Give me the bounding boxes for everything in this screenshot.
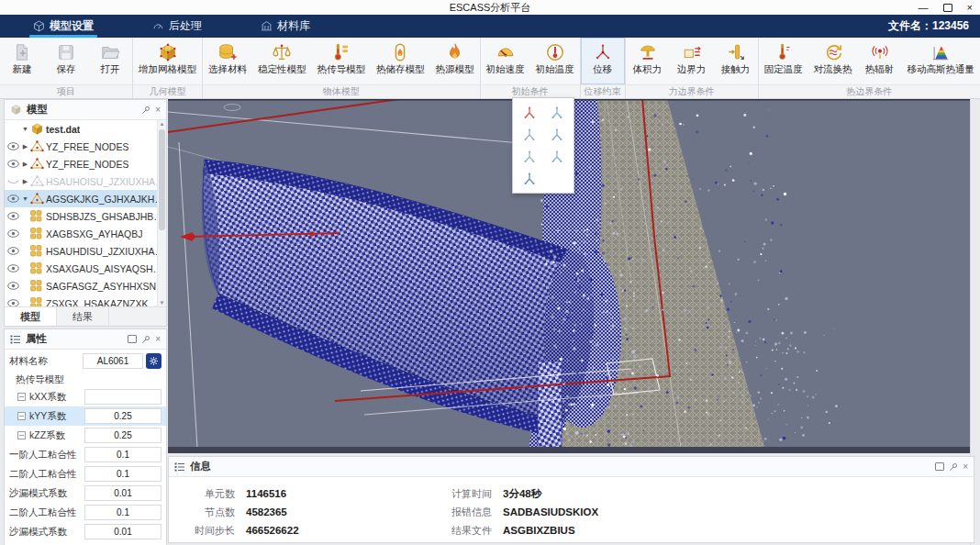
triad-icon bbox=[522, 150, 537, 164]
eye-icon[interactable] bbox=[7, 142, 20, 150]
body-force-button[interactable]: 体积力 bbox=[626, 38, 670, 84]
eye-icon[interactable] bbox=[7, 195, 20, 203]
property-row-kzz[interactable]: kZZ系数 bbox=[5, 426, 166, 445]
pin-icon[interactable] bbox=[141, 106, 150, 115]
tree-scrollbar[interactable]: ▲ ▼ bbox=[157, 120, 166, 306]
heat-source-model-button[interactable]: 热源模型 bbox=[430, 38, 480, 84]
add-mesh-model-button[interactable]: 增加网格模型 bbox=[133, 38, 202, 84]
radiation-button[interactable]: 热辐射 bbox=[858, 38, 902, 84]
property-row-kxx[interactable]: kXX系数 bbox=[5, 387, 166, 406]
tree-row[interactable]: SDHSBJZS_GHSABJHB_ZAHU bbox=[5, 207, 166, 225]
grid-icon bbox=[30, 245, 46, 257]
property-row-visc2[interactable]: 二阶人工粘合性 bbox=[5, 464, 166, 484]
eye-icon[interactable] bbox=[7, 282, 20, 290]
expand-arrow[interactable]: ▼ bbox=[20, 195, 30, 202]
boundary-force-button[interactable]: 边界力 bbox=[670, 38, 714, 84]
triad-option-7[interactable] bbox=[517, 169, 542, 188]
expand-arrow[interactable]: ▼ bbox=[20, 126, 30, 132]
convection-icon bbox=[823, 42, 843, 62]
expand-arrow[interactable]: ▶ bbox=[20, 178, 30, 185]
heat-conduction-icon bbox=[331, 42, 351, 62]
hourglass1-input[interactable] bbox=[84, 485, 161, 501]
triad-option-2[interactable] bbox=[545, 103, 571, 122]
tree-row[interactable]: ▶ YZ_FREE_NODES bbox=[5, 155, 166, 172]
material-gear-button[interactable] bbox=[146, 353, 161, 369]
initial-temperature-button[interactable]: 初始温度 bbox=[530, 38, 580, 84]
eye-icon[interactable] bbox=[7, 264, 20, 272]
property-row-hourglass2[interactable]: 沙漏模式系数 bbox=[5, 522, 166, 541]
kzz-input[interactable] bbox=[84, 428, 161, 443]
pin-icon[interactable] bbox=[141, 335, 150, 344]
property-row-kyy[interactable]: kYY系数 bbox=[5, 406, 166, 426]
tab-post-process[interactable]: 后处理 bbox=[147, 15, 207, 38]
heat-conduction-model-button[interactable]: 热传导模型 bbox=[312, 38, 372, 84]
grid-icon bbox=[30, 280, 46, 292]
eye-icon[interactable] bbox=[7, 160, 20, 168]
maximize-button[interactable] bbox=[943, 4, 952, 12]
contact-force-button[interactable]: 接触力 bbox=[714, 38, 758, 84]
collapse-node-icon[interactable] bbox=[17, 412, 26, 420]
tree-row[interactable]: ZSXGX_HSAKAZNZXK_AHASX bbox=[5, 295, 166, 306]
scroll-down-arrow[interactable]: ▼ bbox=[158, 300, 166, 306]
kxx-input[interactable] bbox=[84, 389, 161, 405]
scroll-thumb[interactable] bbox=[159, 129, 165, 230]
displacement-button[interactable]: 位移 bbox=[581, 38, 625, 84]
eye-icon[interactable] bbox=[7, 229, 20, 238]
visc2-input[interactable] bbox=[84, 466, 161, 482]
tree-root[interactable]: ▼ test.dat bbox=[5, 120, 166, 138]
initial-velocity-button[interactable]: 初始速度 bbox=[481, 38, 530, 84]
tree-row[interactable]: HSAUHDISU_JZXIUXHAHX bbox=[5, 242, 166, 260]
stability-model-button[interactable]: 稳定性模型 bbox=[252, 38, 312, 84]
moving-gauss-flux-button[interactable]: 移动高斯热通量 bbox=[902, 38, 980, 84]
tree-row-hidden[interactable]: ▶ HSAUHOISU_JZXIUXHAHX bbox=[5, 172, 166, 190]
minimize-button[interactable]: — bbox=[919, 0, 929, 15]
tree-row[interactable]: SAGFASGZ_ASYHHXSN bbox=[5, 277, 166, 295]
triad-option-3[interactable] bbox=[517, 125, 542, 144]
eye-closed-icon[interactable] bbox=[7, 177, 20, 185]
convection-button[interactable]: 对流换热 bbox=[808, 38, 858, 84]
close-icon[interactable]: × bbox=[155, 106, 161, 115]
tab-model[interactable]: 模型 bbox=[5, 307, 57, 326]
tree-row[interactable]: ▶ YZ_FREE_NODES bbox=[5, 138, 166, 155]
tree-row-selected[interactable]: ▼ AGSGKJKG_GJHXAJKHXA bbox=[5, 190, 166, 207]
kyy-input[interactable] bbox=[84, 408, 161, 424]
triad-option-1[interactable] bbox=[517, 103, 542, 122]
property-row-hourglass1[interactable]: 沙漏模式系数 bbox=[5, 484, 166, 503]
visc1-input[interactable] bbox=[84, 447, 161, 462]
close-button[interactable]: × bbox=[967, 0, 973, 15]
close-icon[interactable]: × bbox=[155, 335, 161, 344]
heat-storage-model-button[interactable]: 热储存模型 bbox=[371, 38, 430, 84]
tree-row[interactable]: XAGBSXG_AYHAQBJ bbox=[5, 225, 166, 242]
triad-option-6[interactable] bbox=[545, 147, 571, 166]
close-icon[interactable]: × bbox=[963, 462, 968, 472]
tab-model-setup[interactable]: 模型设置 bbox=[28, 15, 99, 38]
eye-icon[interactable] bbox=[7, 299, 20, 306]
pin-icon[interactable] bbox=[949, 462, 958, 472]
save-button[interactable]: 保存 bbox=[44, 38, 88, 84]
expand-arrow[interactable]: ▶ bbox=[20, 161, 30, 168]
tab-result[interactable]: 结果 bbox=[57, 307, 109, 326]
triad-option-5[interactable] bbox=[517, 147, 542, 166]
tab-material-library[interactable]: 材料库 bbox=[255, 15, 316, 38]
triad-icon bbox=[550, 106, 564, 120]
float-icon[interactable] bbox=[935, 462, 944, 471]
triad-option-4[interactable] bbox=[545, 125, 571, 144]
fixed-temperature-button[interactable]: 固定温度 bbox=[759, 38, 808, 84]
visc3-input[interactable] bbox=[84, 505, 161, 520]
expand-arrow[interactable]: ▶ bbox=[20, 143, 30, 150]
triangle-node-icon bbox=[30, 193, 46, 205]
new-button[interactable]: 新建 bbox=[0, 38, 44, 84]
collapse-node-icon[interactable] bbox=[17, 393, 26, 401]
eye-icon[interactable] bbox=[7, 212, 20, 220]
property-row-visc1[interactable]: 一阶人工粘合性 bbox=[5, 445, 166, 464]
scroll-up-arrow[interactable]: ▲ bbox=[158, 121, 166, 127]
float-icon[interactable] bbox=[128, 335, 137, 343]
hourglass2-input[interactable] bbox=[84, 524, 161, 539]
eye-icon[interactable] bbox=[7, 247, 20, 255]
material-name-input[interactable] bbox=[83, 353, 143, 369]
open-button[interactable]: 打开 bbox=[88, 38, 132, 84]
collapse-node-icon[interactable] bbox=[17, 431, 26, 439]
property-row-visc3[interactable]: 二阶人工粘合性 bbox=[5, 503, 166, 522]
tree-row[interactable]: XSAXGAUS_AISYAQSH_ASHX bbox=[5, 260, 166, 277]
select-material-button[interactable]: 选择材料 bbox=[203, 38, 252, 84]
